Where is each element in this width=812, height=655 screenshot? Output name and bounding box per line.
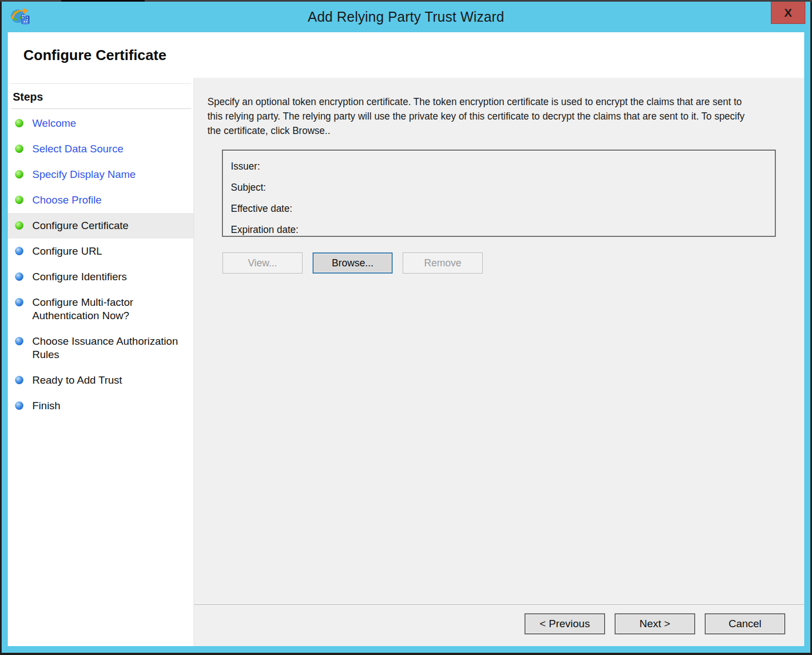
sidebar-item-specify-display-name[interactable]: Specify Display Name [8,162,194,187]
page-header: Configure Certificate [8,32,804,78]
step-label: Specify Display Name [32,168,136,181]
next-button[interactable]: Next > [615,613,695,634]
view-button: View... [222,252,303,274]
titlebar: Add Relying Party Trust Wizard X [2,2,810,32]
page-title: Configure Certificate [23,47,166,64]
certificate-effective-date-label: Effective date: [231,198,767,219]
step-label: Configure Certificate [32,219,128,232]
step-label: Configure Multi-factor Authentication No… [32,296,188,322]
remove-button: Remove [403,252,483,274]
step-label: Ready to Add Trust [32,374,122,387]
steps-divider [11,108,191,109]
steps-top-divider [10,83,191,84]
steps-sidebar: Steps Welcome Select Data Source Specify… [8,78,194,646]
close-button[interactable]: X [771,2,805,24]
steps-heading: Steps [13,91,194,103]
instruction-text: Specify an optional token encryption cer… [207,95,751,138]
step-done-bullet-icon [15,196,23,204]
sidebar-item-select-data-source[interactable]: Select Data Source [8,136,194,162]
step-label: Select Data Source [32,142,123,156]
certificate-expiration-date-label: Expiration date: [231,219,767,240]
sidebar-item-configure-identifiers: Configure Identifiers [8,264,194,290]
certificate-issuer-label: Issuer: [231,156,767,177]
step-pending-bullet-icon [15,272,23,281]
steps-list: Welcome Select Data Source Specify Displ… [8,111,194,419]
certificate-details-box: Issuer: Subject: Effective date: Expirat… [222,150,776,237]
sidebar-item-configure-url: Configure URL [8,239,194,264]
step-pending-bullet-icon [15,337,23,345]
sidebar-item-welcome[interactable]: Welcome [8,111,194,136]
step-pending-bullet-icon [15,298,23,306]
step-label: Choose Profile [32,193,102,207]
step-label: Configure Identifiers [32,270,127,284]
step-done-bullet-icon [15,145,23,153]
wizard-window: Add Relying Party Trust Wizard X Configu… [2,2,810,653]
browse-button[interactable]: Browse... [313,252,393,274]
certificate-actions: View... Browse... Remove [222,252,791,274]
step-label: Configure URL [32,245,102,258]
step-pending-bullet-icon [15,376,23,384]
sidebar-item-configure-mfa: Configure Multi-factor Authentication No… [8,290,194,329]
sidebar-item-configure-certificate[interactable]: Configure Certificate [8,213,194,239]
step-pending-bullet-icon [15,247,23,255]
wizard-footer: < Previous Next > Cancel [194,604,804,646]
main-content: Specify an optional token encryption cer… [194,78,804,604]
step-label: Choose Issuance Authorization Rules [32,335,188,361]
sidebar-item-choose-issuance-rules: Choose Issuance Authorization Rules [8,329,194,368]
step-done-bullet-icon [15,221,23,230]
step-done-bullet-icon [15,119,23,127]
step-pending-bullet-icon [15,401,23,410]
main-panel: Specify an optional token encryption cer… [194,78,804,646]
close-icon: X [784,6,792,19]
sidebar-item-ready-to-add-trust: Ready to Add Trust [8,368,194,393]
step-label: Finish [32,399,61,413]
previous-button[interactable]: < Previous [524,613,605,634]
step-label: Welcome [32,117,76,130]
window-body: Configure Certificate Steps Welcome Sele… [8,32,804,646]
step-done-bullet-icon [15,170,23,178]
window-title: Add Relying Party Trust Wizard [2,2,810,32]
certificate-subject-label: Subject: [231,177,767,198]
sidebar-item-choose-profile[interactable]: Choose Profile [8,187,194,213]
cancel-button[interactable]: Cancel [705,613,785,634]
sidebar-item-finish: Finish [8,393,194,419]
